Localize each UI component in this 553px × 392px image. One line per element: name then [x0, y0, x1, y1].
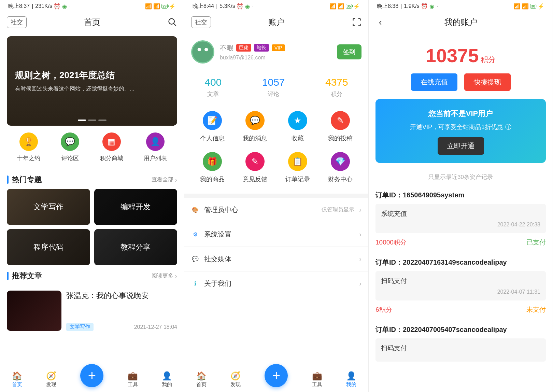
stat-points[interactable]: 4375 积分: [325, 76, 348, 98]
quick-item-users[interactable]: 👤 用户列表: [144, 132, 167, 162]
dot[interactable]: [78, 120, 86, 121]
nav-bar: ‹ 我的账户: [369, 12, 553, 32]
menu-products[interactable]: 🎁我的商品: [191, 152, 234, 183]
nav-tools[interactable]: 💼工具: [128, 371, 138, 388]
avatar[interactable]: [191, 40, 214, 64]
nav-home[interactable]: 🏠首页: [196, 371, 207, 388]
asset-note: 只显示最近30条资产记录: [369, 168, 553, 186]
stat-comments[interactable]: 1057 评论: [262, 76, 285, 98]
badge: 巨佬: [236, 44, 251, 52]
section-header-topics: 热门专题 查看全部›: [0, 169, 184, 189]
message-icon: 💬: [245, 111, 265, 130]
menu-finance[interactable]: 💎财务中心: [319, 152, 361, 183]
scan-icon[interactable]: [352, 17, 361, 27]
chat-icon: 💬: [61, 132, 79, 151]
order-time: 2022-04-07 11:31: [381, 289, 540, 295]
fab-add[interactable]: +: [80, 364, 103, 387]
profile-icon: 📝: [203, 111, 222, 130]
plus-icon: +: [88, 368, 96, 383]
topic-card[interactable]: 程序代码: [7, 229, 90, 265]
read-more-link[interactable]: 阅读更多›: [152, 272, 177, 280]
hero-subtitle: 有时候回过头来看这个网站，还觉得挺奇妙的。...: [15, 85, 169, 93]
recharge-button[interactable]: 在线充值: [411, 73, 457, 91]
menu-submissions[interactable]: ✎我的投稿: [319, 111, 361, 142]
app-icon: ◉: [245, 3, 250, 9]
order-item[interactable]: 订单ID：1650649095system 系统充值 2022-04-22 20…: [369, 186, 553, 253]
svg-point-4: [204, 48, 208, 51]
nav-home[interactable]: 🏠首页: [12, 371, 22, 388]
battery-icon: 35: [346, 4, 352, 9]
topic-card[interactable]: 教程分享: [94, 229, 178, 265]
page-title: 账户: [268, 17, 285, 28]
menu-orders[interactable]: 📋订单记录: [276, 152, 319, 183]
hero-banner[interactable]: 规则之树，2021年度总结 有时候回过头来看这个网站，还觉得挺奇妙的。...: [7, 36, 177, 126]
compass-icon: 🧭: [46, 371, 56, 381]
svg-point-3: [198, 48, 201, 51]
points-value: 10375: [426, 45, 479, 66]
nav-mine[interactable]: 👤我的: [162, 371, 172, 388]
order-status: 已支付: [526, 238, 546, 247]
article-time: 2021-12-27 18:04: [134, 324, 177, 330]
topic-card[interactable]: 文学写作: [7, 189, 90, 225]
dot[interactable]: [98, 120, 107, 121]
compass-icon: 🧭: [231, 371, 240, 381]
search-icon[interactable]: [168, 17, 177, 27]
menu-favorites[interactable]: ★收藏: [276, 111, 319, 142]
stats-row: 400 文章 1057 评论 4375 积分: [184, 72, 368, 108]
grid-icon: ▦: [102, 132, 121, 151]
menu-profile[interactable]: 📝个人信息: [191, 111, 234, 142]
wifi-icon: 📶: [153, 3, 160, 10]
nav-mine[interactable]: 👤我的: [346, 371, 356, 388]
menu-feedback[interactable]: ✎意见反馈: [234, 152, 276, 183]
screen-home: 晚上8:37 | 231K/s ⏰ ◉ · 📶 📶 29 ⚡ 社交 首页 规则之…: [0, 0, 184, 392]
topic-card[interactable]: 编程开发: [94, 189, 178, 225]
article-item[interactable]: 张温克：我的心事说晚安 文学写作 2021-12-27 18:04: [0, 285, 184, 336]
quick-item-comments[interactable]: 💬 评论区: [61, 132, 79, 162]
order-desc: 扫码支付: [381, 344, 540, 353]
nav-tag[interactable]: 社交: [7, 16, 27, 28]
menu-messages[interactable]: 💬我的消息: [234, 111, 276, 142]
nav-tools[interactable]: 💼工具: [312, 371, 322, 388]
back-icon[interactable]: ‹: [375, 17, 385, 27]
list-about[interactable]: ℹ 关于我们 ›: [184, 271, 368, 296]
nav-tag[interactable]: 社交: [191, 16, 211, 28]
quick-item-ten-year[interactable]: 🏆 十年之约: [17, 132, 40, 162]
list-admin[interactable]: 🎨 管理员中心 仅管理员显示 ›: [184, 198, 368, 222]
wifi-icon: 📶: [338, 3, 344, 10]
withdraw-button[interactable]: 快捷提现: [464, 73, 511, 91]
palette-icon: 🎨: [191, 206, 199, 214]
chevron-right-icon: ›: [359, 206, 361, 214]
nav-discover[interactable]: 🧭发现: [230, 371, 241, 388]
list-settings[interactable]: ⚙ 系统设置 ›: [184, 222, 368, 247]
gift-icon: 🎁: [203, 152, 222, 171]
quick-access-row: 🏆 十年之约 💬 评论区 ▦ 积分商城 👤 用户列表: [0, 130, 184, 169]
action-row: 在线充值 快捷提现: [369, 73, 553, 99]
battery-icon: 29: [161, 4, 168, 9]
order-id: 订单ID：1650649095system: [375, 186, 546, 204]
briefcase-icon: 💼: [312, 371, 322, 381]
quick-item-shop[interactable]: ▦ 积分商城: [100, 132, 123, 162]
profile-row: 不暇 巨佬 站长 VIP buxia97@126.com 签到: [184, 32, 368, 72]
section-header-articles: 推荐文章 阅读更多›: [0, 265, 184, 285]
gear-icon: ⚙: [191, 230, 199, 239]
order-amount: 10000积分: [375, 238, 407, 247]
help-icon[interactable]: ⓘ: [505, 123, 511, 131]
svg-point-2: [192, 41, 213, 62]
nav-discover[interactable]: 🧭发现: [46, 371, 56, 388]
view-all-link[interactable]: 查看全部›: [152, 176, 177, 184]
stat-articles[interactable]: 400 文章: [204, 76, 222, 98]
list-social[interactable]: 💬 社交媒体 ›: [184, 247, 368, 271]
briefcase-icon: 💼: [128, 371, 138, 381]
order-item[interactable]: 订单ID：20220407005407scancodealipay 扫码支付: [369, 320, 553, 362]
fab-add[interactable]: +: [265, 364, 288, 387]
badge: VIP: [272, 44, 285, 51]
vip-open-button[interactable]: 立即开通: [438, 137, 484, 155]
order-id: 订单ID：20220407005407scancodealipay: [375, 320, 546, 338]
net-speed: 1.9K/s: [404, 3, 419, 9]
accent-bar: [7, 272, 9, 280]
app-icon: ◉: [429, 3, 435, 9]
list-icon: 📋: [288, 152, 307, 171]
checkin-button[interactable]: 签到: [337, 44, 361, 59]
order-item[interactable]: 订单ID：20220407163149scancodealipay 扫码支付 2…: [369, 253, 553, 320]
dot[interactable]: [88, 120, 96, 121]
